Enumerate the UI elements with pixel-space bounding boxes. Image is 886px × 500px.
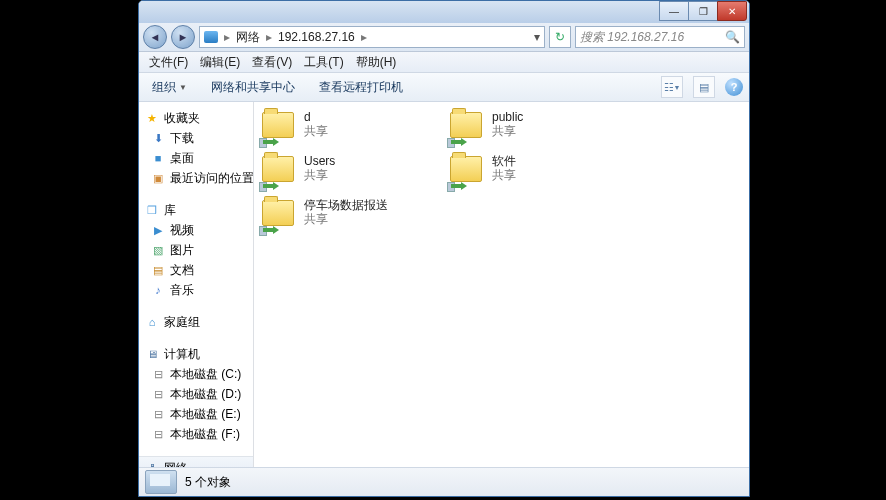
nav-recent[interactable]: ▣最近访问的位置	[139, 168, 253, 188]
item-name: 软件	[492, 154, 516, 168]
navigation-pane: ★收藏夹 ⬇下载 ■桌面 ▣最近访问的位置 ❒库 ▶视频 ▧图片 ▤文档 ♪音乐…	[139, 102, 254, 472]
nav-favorites[interactable]: ★收藏夹	[139, 108, 253, 128]
star-icon: ★	[145, 111, 159, 125]
nav-homegroup[interactable]: ⌂家庭组	[139, 312, 253, 332]
item-count-label: 5 个对象	[185, 474, 231, 491]
shared-folder-icon	[260, 198, 298, 232]
nav-drive-e[interactable]: ⊟本地磁盘 (E:)	[139, 404, 253, 424]
shared-folder-item[interactable]: 停车场数据报送共享	[258, 196, 442, 240]
chevron-right-icon[interactable]: ▸	[361, 30, 367, 44]
disk-icon: ⊟	[151, 407, 165, 421]
shared-folder-icon	[448, 154, 486, 188]
disk-icon: ⊟	[151, 427, 165, 441]
details-pane: 5 个对象	[139, 467, 749, 496]
chevron-right-icon[interactable]: ▸	[224, 30, 230, 44]
menu-file[interactable]: 文件(F)	[145, 53, 192, 72]
item-type: 共享	[492, 168, 516, 182]
music-icon: ♪	[151, 283, 165, 297]
shared-folder-icon	[260, 110, 298, 144]
nav-drive-d[interactable]: ⊟本地磁盘 (D:)	[139, 384, 253, 404]
chevron-right-icon[interactable]: ▸	[266, 30, 272, 44]
picture-icon: ▧	[151, 243, 165, 257]
menu-bar: 文件(F) 编辑(E) 查看(V) 工具(T) 帮助(H)	[139, 52, 749, 73]
video-icon: ▶	[151, 223, 165, 237]
nav-libraries[interactable]: ❒库	[139, 200, 253, 220]
minimize-button[interactable]: —	[659, 1, 689, 21]
nav-desktop[interactable]: ■桌面	[139, 148, 253, 168]
search-input[interactable]: 搜索 192.168.27.16 🔍	[575, 26, 745, 48]
item-type: 共享	[492, 124, 523, 138]
forward-button[interactable]: ►	[171, 25, 195, 49]
shared-folder-item[interactable]: public共享	[446, 108, 630, 152]
command-bar: 组织▼ 网络和共享中心 查看远程打印机 ☷ ▼ ▤ ?	[139, 73, 749, 102]
address-bar: ◄ ► ▸ 网络 ▸ 192.168.27.16 ▸ ▾ ↻ 搜索 192.16…	[139, 23, 749, 52]
computer-icon: 🖥	[145, 347, 159, 361]
nav-music[interactable]: ♪音乐	[139, 280, 253, 300]
breadcrumb-item[interactable]: 网络	[236, 29, 260, 46]
recent-icon: ▣	[151, 171, 165, 185]
homegroup-icon: ⌂	[145, 315, 159, 329]
explorer-window: — ❐ ✕ ◄ ► ▸ 网络 ▸ 192.168.27.16 ▸ ▾ ↻ 搜索 …	[138, 0, 750, 497]
item-name: 停车场数据报送	[304, 198, 388, 212]
view-options-button[interactable]: ☷ ▼	[661, 76, 683, 98]
shared-folder-icon	[448, 110, 486, 144]
nav-drive-c[interactable]: ⊟本地磁盘 (C:)	[139, 364, 253, 384]
shared-folder-icon	[260, 154, 298, 188]
menu-view[interactable]: 查看(V)	[248, 53, 296, 72]
item-type: 共享	[304, 212, 388, 226]
menu-tools[interactable]: 工具(T)	[300, 53, 347, 72]
shared-folder-item[interactable]: Users共享	[258, 152, 442, 196]
search-placeholder: 搜索 192.168.27.16	[580, 29, 684, 46]
item-type: 共享	[304, 124, 328, 138]
nav-videos[interactable]: ▶视频	[139, 220, 253, 240]
libraries-icon: ❒	[145, 203, 159, 217]
items-view[interactable]: d共享 public共享 Users共享 软件共享 停车场数据报送共享	[254, 102, 749, 472]
network-sharing-center-button[interactable]: 网络和共享中心	[204, 76, 302, 99]
desktop-icon: ■	[151, 151, 165, 165]
menu-edit[interactable]: 编辑(E)	[196, 53, 244, 72]
shared-folder-item[interactable]: d共享	[258, 108, 442, 152]
network-icon	[204, 31, 218, 43]
document-icon: ▤	[151, 263, 165, 277]
chevron-down-icon[interactable]: ▾	[534, 30, 540, 44]
maximize-button[interactable]: ❐	[688, 1, 718, 21]
title-bar[interactable]: — ❐ ✕	[139, 1, 749, 23]
item-name: public	[492, 110, 523, 124]
item-type: 共享	[304, 168, 335, 182]
close-button[interactable]: ✕	[717, 1, 747, 21]
refresh-button[interactable]: ↻	[549, 26, 571, 48]
chevron-down-icon: ▼	[179, 83, 187, 92]
help-button[interactable]: ?	[725, 78, 743, 96]
shared-folder-item[interactable]: 软件共享	[446, 152, 630, 196]
nav-computer[interactable]: 🖥计算机	[139, 344, 253, 364]
nav-pictures[interactable]: ▧图片	[139, 240, 253, 260]
breadcrumb[interactable]: ▸ 网络 ▸ 192.168.27.16 ▸ ▾	[199, 26, 545, 48]
item-name: d	[304, 110, 328, 124]
item-name: Users	[304, 154, 335, 168]
back-button[interactable]: ◄	[143, 25, 167, 49]
download-icon: ⬇	[151, 131, 165, 145]
disk-icon: ⊟	[151, 387, 165, 401]
folder-collection-icon	[145, 470, 177, 494]
disk-icon: ⊟	[151, 367, 165, 381]
breadcrumb-item[interactable]: 192.168.27.16	[278, 30, 355, 44]
organize-button[interactable]: 组织▼	[145, 76, 194, 99]
menu-help[interactable]: 帮助(H)	[352, 53, 401, 72]
preview-pane-button[interactable]: ▤	[693, 76, 715, 98]
search-icon[interactable]: 🔍	[725, 30, 740, 44]
nav-downloads[interactable]: ⬇下载	[139, 128, 253, 148]
nav-documents[interactable]: ▤文档	[139, 260, 253, 280]
view-remote-printers-button[interactable]: 查看远程打印机	[312, 76, 410, 99]
nav-drive-f[interactable]: ⊟本地磁盘 (F:)	[139, 424, 253, 444]
